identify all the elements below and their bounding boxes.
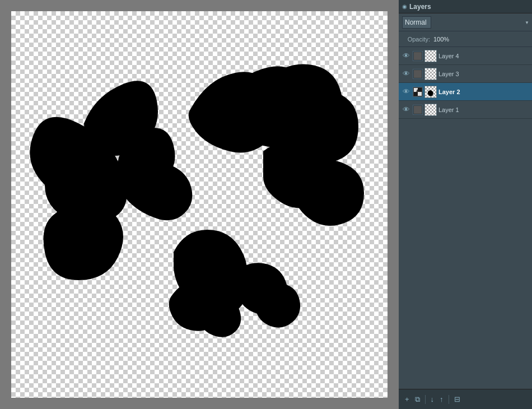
merge-layers-button[interactable]: ⊟	[452, 394, 462, 405]
canvas-wrapper	[11, 11, 388, 398]
layers-panel: ◉ Layers ⊞ ✕ Normal Multiply Screen Over…	[399, 0, 532, 409]
duplicate-layer-button[interactable]: ⧉	[413, 394, 422, 405]
panel-title: Layers	[409, 3, 532, 11]
layer-type-icon-brush	[413, 87, 423, 97]
layer-visibility-toggle[interactable]: 👁	[401, 69, 411, 79]
svg-rect-4	[418, 92, 422, 96]
move-layer-up-button[interactable]: ↑	[438, 394, 445, 405]
add-layer-button[interactable]: +	[403, 394, 411, 405]
svg-rect-1	[414, 70, 422, 78]
layer-row[interactable]: 👁 Layer 4 🔒 α ⊞	[399, 47, 532, 65]
layer-visibility-toggle[interactable]: 👁	[401, 87, 411, 97]
layer-row-active[interactable]: 👁 Layer 2 🔒 α ⊞	[399, 83, 532, 101]
panel-bottom-toolbar: + ⧉ ↓ ↑ ⊟ 🗑	[399, 389, 532, 409]
layer-thumbnail	[424, 50, 437, 62]
layer-row[interactable]: 👁 Layer 1 🔒 α ⊞	[399, 101, 532, 119]
layer-thumbnail	[424, 86, 437, 98]
layer-name: Layer 3	[438, 71, 532, 77]
layer-thumbnail	[424, 104, 437, 116]
svg-rect-0	[414, 52, 422, 60]
layers-panel-icon: ◉	[402, 3, 407, 10]
toolbar-separator	[425, 395, 426, 404]
layer-visibility-toggle[interactable]: 👁	[401, 51, 411, 61]
mode-select-wrapper: Normal Multiply Screen Overlay Darken Li…	[402, 16, 531, 29]
panel-titlebar: ◉ Layers ⊞ ✕	[399, 0, 532, 13]
layer-name: Layer 4	[438, 53, 532, 59]
layer-thumbnail	[424, 68, 437, 80]
layers-list: 👁 Layer 4 🔒 α ⊞ 👁 Layer 3 🔒 α ⊞	[399, 47, 532, 389]
layer-name: Layer 1	[438, 106, 532, 113]
layer-type-icon	[413, 69, 423, 79]
canvas-svg	[11, 11, 388, 398]
blend-mode-select[interactable]: Normal Multiply Screen Overlay Darken Li…	[402, 16, 431, 29]
toolbar-separator	[449, 395, 449, 404]
layer-visibility-toggle[interactable]: 👁	[401, 105, 411, 115]
layer-type-icon	[413, 51, 423, 61]
opacity-value: 100%	[433, 36, 532, 43]
bottom-left-buttons: + ⧉ ↓ ↑ ⊟	[403, 394, 462, 405]
opacity-label: Opacity:	[402, 36, 430, 43]
mode-row: Normal Multiply Screen Overlay Darken Li…	[399, 13, 532, 31]
canvas-area	[0, 0, 399, 409]
opacity-row: Opacity: 100% ▲ ▼	[399, 31, 532, 47]
layer-name: Layer 2	[438, 89, 532, 95]
layer-type-icon	[413, 105, 423, 115]
layer-row[interactable]: 👁 Layer 3 🔒 α ⊞	[399, 65, 532, 83]
move-layer-down-button[interactable]: ↓	[429, 394, 436, 405]
svg-rect-5	[414, 106, 422, 114]
